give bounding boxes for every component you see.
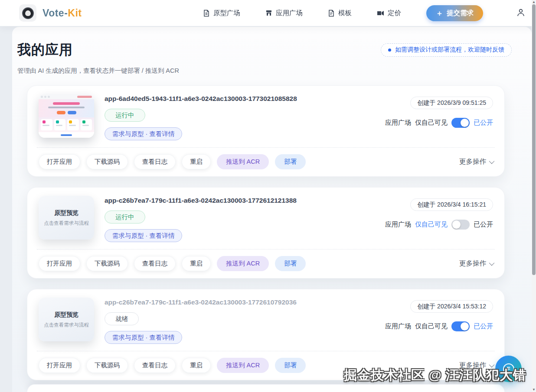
- app-thumbnail-placeholder[interactable]: 原型预览 点击查看需求与流程: [39, 196, 94, 240]
- published-label: 已公开: [474, 322, 493, 330]
- app-thumbnail-placeholder[interactable]: 原型预览 点击查看需求与流程: [39, 298, 94, 341]
- app-card-list: app-6ad40ed5-1943-11f1-a6e3-0242ac130003…: [27, 85, 505, 392]
- top-navbar: Vote-Kit 原型广场 应用广场 模板 定价 ＋: [0, 0, 536, 26]
- page-title: 我的应用: [17, 41, 73, 59]
- app-card: 原型预览 点击查看需求与流程 app-c26b7ea7-179c-11f1-a6…: [27, 289, 505, 380]
- feedback-float-button[interactable]: F: [495, 356, 522, 382]
- nav-item-pricing[interactable]: 定价: [377, 9, 401, 18]
- chevron-down-icon: [489, 159, 495, 164]
- visibility-row: 应用广场 仅自己可见 已公开: [385, 118, 493, 128]
- status-badge: 就绪: [105, 312, 139, 325]
- blue-dot-icon: [388, 49, 391, 52]
- more-actions-link[interactable]: 更多操作: [459, 157, 493, 166]
- deploy-button[interactable]: 部署: [275, 154, 306, 169]
- scrollbar-up-arrow[interactable]: ▲: [532, 0, 536, 4]
- logo-coin-icon: [22, 7, 34, 19]
- open-app-button[interactable]: 打开应用: [39, 256, 80, 271]
- deploy-button[interactable]: 部署: [275, 358, 306, 373]
- feedback-icon: F: [503, 363, 514, 375]
- dotted-divider: [37, 249, 495, 249]
- plus-icon: ＋: [436, 8, 443, 18]
- restart-button[interactable]: 重启: [182, 358, 211, 373]
- created-at-badge: 创建于 2026/3/4 15:53:12: [410, 300, 493, 313]
- app-id: app-c26b7ea7-179c-11f1-a6e3-0242ac130003…: [105, 298, 297, 306]
- visibility-row: 应用广场 仅自己可见 已公开: [385, 321, 493, 331]
- user-profile-button[interactable]: [516, 8, 526, 19]
- deploy-button[interactable]: 部署: [275, 256, 306, 271]
- download-source-button[interactable]: 下载源码: [86, 256, 128, 271]
- storefront-icon: [265, 10, 272, 16]
- more-actions-link[interactable]: 更多操作: [459, 361, 493, 370]
- private-label: 仅自己可见: [415, 119, 448, 127]
- restart-button[interactable]: 重启: [182, 256, 211, 271]
- brand-name: Vote-Kit: [42, 7, 82, 19]
- private-label: 仅自己可见: [415, 220, 448, 229]
- mini-screenshot: [39, 94, 94, 138]
- nav-item-templates[interactable]: 模板: [328, 9, 352, 18]
- template-icon: [328, 10, 335, 17]
- publish-toggle[interactable]: [451, 321, 470, 331]
- chevron-down-icon: [489, 260, 495, 266]
- main-surface: 我的应用 如需调整设计或部署流程，欢迎随时反馈 管理由 AI 生成的应用，查看状…: [12, 27, 532, 392]
- published-label: 已公开: [474, 119, 493, 127]
- requirements-detail-link[interactable]: 需求与原型 · 查看详情: [105, 127, 182, 140]
- private-label: 仅自己可见: [415, 322, 448, 330]
- restart-button[interactable]: 重启: [182, 154, 211, 169]
- app-id: app-c26b7ea7-179c-11f1-a6e3-0242ac130003…: [105, 197, 297, 204]
- push-acr-button[interactable]: 推送到 ACR: [217, 256, 269, 271]
- push-acr-button[interactable]: 推送到 ACR: [217, 154, 269, 169]
- created-at-badge: 创建于 2026/3/4 16:15:21: [410, 198, 493, 211]
- status-badge: 运行中: [105, 211, 145, 224]
- app-card: 原型预览 点击查看需求与流程 app-c26b7ea7-179c-11f1-a6…: [27, 187, 505, 279]
- vertical-scrollbar[interactable]: ▲ ▼: [532, 0, 536, 392]
- open-app-button[interactable]: 打开应用: [39, 358, 80, 373]
- main-nav: 原型广场 应用广场 模板 定价 ＋ 提交需求: [203, 5, 526, 21]
- next-app-card-peek: [27, 384, 505, 392]
- nav-item-app-plaza[interactable]: 应用广场: [265, 9, 303, 18]
- created-at-badge: 创建于 2026/3/9 09:51:25: [410, 97, 493, 109]
- scrollbar-thumb[interactable]: [532, 4, 536, 275]
- page-subtitle: 管理由 AI 生成的应用，查看状态并一键部署 / 推送到 ACR: [17, 67, 524, 75]
- status-badge: 运行中: [105, 109, 145, 122]
- more-actions-link[interactable]: 更多操作: [459, 259, 493, 268]
- feedback-tip-pill[interactable]: 如需调整设计或部署流程，欢迎随时反馈: [381, 43, 512, 57]
- app-id: app-6ad40ed5-1943-11f1-a6e3-0242ac130003…: [105, 95, 297, 103]
- publish-toggle[interactable]: [451, 220, 470, 230]
- app-thumbnail-preview[interactable]: [39, 94, 94, 138]
- pricing-tag-icon: [377, 10, 384, 16]
- view-logs-button[interactable]: 查看日志: [134, 358, 176, 373]
- chevron-down-icon: [489, 362, 495, 368]
- publish-toggle[interactable]: [451, 118, 470, 128]
- download-source-button[interactable]: 下载源码: [86, 154, 128, 169]
- nav-item-prototype-plaza[interactable]: 原型广场: [203, 9, 240, 18]
- open-app-button[interactable]: 打开应用: [39, 154, 80, 169]
- dotted-divider: [37, 147, 495, 148]
- view-logs-button[interactable]: 查看日志: [134, 256, 176, 271]
- app-card: app-6ad40ed5-1943-11f1-a6e3-0242ac130003…: [27, 85, 505, 177]
- push-acr-button[interactable]: 推送到 ACR: [217, 358, 269, 373]
- user-icon: [516, 8, 526, 19]
- dotted-divider: [37, 351, 495, 351]
- document-icon: [203, 10, 210, 17]
- view-logs-button[interactable]: 查看日志: [134, 154, 176, 169]
- visibility-row: 应用广场 仅自己可见 已公开: [385, 220, 493, 230]
- scrollbar-down-arrow[interactable]: ▼: [532, 388, 536, 392]
- vote-kit-logo[interactable]: [19, 4, 36, 22]
- requirements-detail-link[interactable]: 需求与原型 · 查看详情: [105, 331, 182, 344]
- download-source-button[interactable]: 下载源码: [86, 358, 128, 373]
- submit-request-button[interactable]: ＋ 提交需求: [426, 5, 483, 21]
- requirements-detail-link[interactable]: 需求与原型 · 查看详情: [105, 229, 182, 242]
- published-label: 已公开: [474, 220, 493, 229]
